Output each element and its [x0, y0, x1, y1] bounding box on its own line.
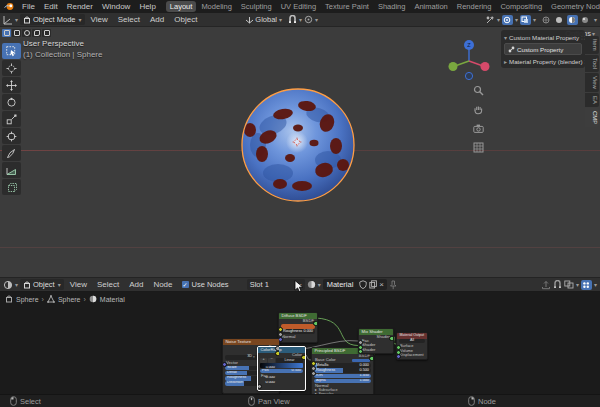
transform-tool[interactable] — [2, 128, 21, 144]
menu-edit[interactable]: Edit — [40, 2, 62, 11]
principled-roughness-slider[interactable]: Roughness0.500 — [314, 368, 371, 372]
transform-orientation-dropdown[interactable]: Global ▾ — [245, 15, 282, 24]
select-box-icon[interactable] — [12, 29, 21, 37]
tab-texture-paint[interactable]: Texture Paint — [321, 1, 373, 12]
cursor-tool[interactable] — [2, 60, 21, 76]
show-overlays-dropdown[interactable]: ▾ — [502, 15, 518, 25]
menu-select[interactable]: Select — [114, 15, 144, 24]
rotate-tool[interactable] — [2, 94, 21, 110]
diffuse-roughness-slider[interactable]: Roughness0.000 — [281, 329, 315, 333]
pin-icon[interactable] — [389, 280, 397, 290]
xray-toggle-dropdown[interactable]: ▾ — [520, 15, 536, 25]
measure-tool[interactable] — [2, 162, 21, 178]
tab-uv-editing[interactable]: UV Editing — [277, 1, 320, 12]
menu-render[interactable]: Render — [63, 2, 97, 11]
node-overlay-icon[interactable] — [581, 280, 592, 290]
menu-add[interactable]: Add — [125, 280, 147, 289]
zoom-icon[interactable] — [473, 85, 484, 96]
custom-material-property-section[interactable]: ▾ Custom Material Property ∷ — [504, 32, 582, 42]
snap-toggle[interactable]: ▾ — [288, 15, 302, 24]
node-material-output[interactable]: Material Output All Surface Volume Displ… — [396, 332, 428, 360]
ramp-add-stop-button[interactable]: + — [260, 358, 267, 362]
principled-alpha-slider[interactable]: Alpha1.000 — [314, 379, 371, 383]
tab-sculpting[interactable]: Sculpting — [237, 1, 276, 12]
select-tweak-icon[interactable] — [2, 29, 11, 37]
select-circle-icon[interactable] — [22, 29, 31, 37]
tab-ea[interactable]: EA — [585, 93, 599, 107]
menu-add[interactable]: Add — [146, 15, 168, 24]
shading-wireframe-icon[interactable] — [541, 15, 552, 25]
ramp-remove-stop-button[interactable]: − — [268, 358, 275, 362]
select-extra-icon[interactable] — [42, 29, 51, 37]
menu-select[interactable]: Select — [93, 280, 123, 289]
shader-type-dropdown[interactable]: Object ▾ — [20, 279, 64, 290]
menu-help[interactable]: Help — [135, 2, 159, 11]
node-color-ramp[interactable]: ColorRamp Color + − Linear Pos0.500 Fac — [257, 346, 306, 391]
ortho-grid-icon[interactable] — [473, 142, 484, 153]
editor-type-button[interactable]: ▾ — [3, 15, 18, 25]
push-library-button[interactable] — [541, 280, 551, 290]
noise-roughness-slider[interactable]: Roughness0.500 — [225, 376, 277, 380]
add-primitive-tool[interactable] — [2, 179, 21, 195]
snap-node-toggle[interactable] — [553, 280, 562, 289]
menu-file[interactable]: File — [18, 2, 39, 11]
node-diffuse-bsdf[interactable]: Diffuse BSDF BSDF Roughness0.000 Normal — [278, 312, 318, 343]
base-color-swatch[interactable] — [352, 359, 370, 362]
fake-user-shield-icon[interactable] — [359, 280, 367, 289]
tab-tool[interactable]: Tool — [585, 55, 599, 72]
camera-view-icon[interactable] — [473, 123, 484, 134]
tab-animation[interactable]: Animation — [410, 1, 451, 12]
select-box-tool[interactable] — [2, 43, 21, 59]
move-tool[interactable] — [2, 77, 21, 93]
material-name-field[interactable]: Material × — [323, 279, 387, 290]
ramp-position-slider[interactable]: Pos0.500 — [260, 369, 303, 373]
viewport-3d[interactable]: Options ▾ User Perspective (1) Collectio… — [0, 27, 600, 277]
ramp-interpolation-dropdown[interactable]: Linear — [276, 358, 303, 362]
sphere-object[interactable] — [238, 85, 358, 205]
tab-geometry-nodes[interactable]: Geometry Nodes — [547, 1, 600, 12]
noise-distortion-slider[interactable]: Distortion0.000 — [225, 381, 277, 385]
diffuse-color-field[interactable] — [281, 324, 315, 328]
shading-rendered-icon[interactable] — [580, 15, 591, 25]
shading-solid-icon[interactable] — [554, 15, 565, 25]
custom-property-button[interactable]: Custom Property — [504, 43, 582, 55]
menu-view[interactable]: View — [87, 15, 112, 24]
menu-node[interactable]: Node — [149, 280, 176, 289]
tab-cmp[interactable]: CMP — [585, 108, 599, 127]
tab-shading[interactable]: Shading — [374, 1, 410, 12]
new-material-copy-icon[interactable] — [369, 280, 377, 289]
menu-view[interactable]: View — [66, 280, 91, 289]
overlay-options-dropdown[interactable]: ▾ — [564, 280, 579, 289]
blender-logo-icon[interactable] — [4, 2, 15, 11]
menu-object[interactable]: Object — [170, 15, 201, 24]
annotate-tool[interactable] — [2, 145, 21, 161]
tab-modeling[interactable]: Modeling — [197, 1, 235, 12]
xray-icon[interactable] — [520, 15, 531, 25]
overlays-icon[interactable] — [502, 15, 513, 25]
tab-rendering[interactable]: Rendering — [453, 1, 496, 12]
tab-layout[interactable]: Layout — [166, 1, 197, 12]
material-browse-dropdown[interactable]: ▾ — [307, 280, 321, 289]
tab-view[interactable]: View — [585, 73, 599, 92]
shading-material-icon[interactable] — [567, 15, 578, 25]
tab-item[interactable]: Item — [585, 36, 599, 54]
tab-compositing[interactable]: Compositing — [496, 1, 546, 12]
navigation-gizmo[interactable]: Z — [447, 38, 493, 84]
show-gizmo-dropdown[interactable]: ▾ — [485, 15, 500, 25]
mode-dropdown[interactable]: Object Mode ▾ — [20, 14, 85, 25]
proportional-editing-toggle[interactable]: ▾ — [304, 15, 318, 24]
unlink-close-icon[interactable]: × — [379, 281, 384, 289]
select-lasso-icon[interactable] — [32, 29, 41, 37]
editor-overlays-dropdown[interactable]: ▾ — [581, 280, 597, 290]
use-nodes-checkbox[interactable]: ✓ Use Nodes — [182, 280, 229, 289]
menu-window[interactable]: Window — [98, 2, 134, 11]
editor-type-button[interactable]: ▾ — [3, 280, 18, 290]
shader-node-editor[interactable]: Sphere › Sphere › Material Diffuse BSDF … — [0, 292, 600, 394]
scale-tool[interactable] — [2, 111, 21, 127]
pan-hand-icon[interactable] — [473, 104, 484, 115]
node-principled-bsdf[interactable]: Principled BSDF BSDF Base Color Metallic… — [311, 347, 374, 394]
principled-metallic-slider[interactable]: Metallic0.000 — [314, 363, 371, 367]
principled-ior-slider[interactable]: IOR1.450 — [314, 374, 371, 378]
material-property-section[interactable]: ▸ Material Property (blender) ∷ — [504, 56, 582, 66]
node-mix-shader[interactable]: Mix Shader Shader Fac Shader Shader — [358, 328, 394, 354]
